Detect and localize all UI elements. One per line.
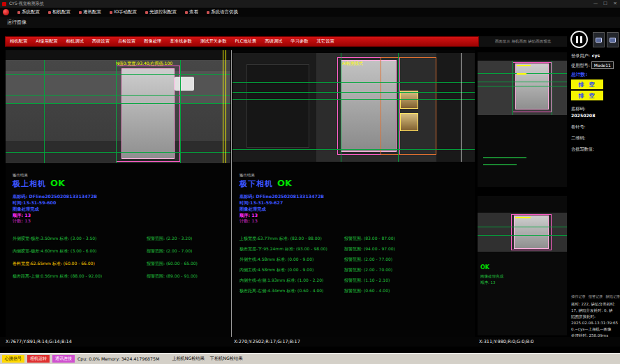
mini-status-line: 图像处理完成 [480,274,503,279]
log-tab-defects[interactable]: 缺陷记录 [606,294,620,299]
mini-ok-badge: OK [480,264,489,271]
menu-item-label: 系统配置 [22,9,40,15]
measurement-row: 卷料宽度:62.65mm 标准: (60.00 - 66.00) 报警范围: (… [6,261,230,273]
menu-bar: 系统配置 相机配置 通讯配置 IO手动配置 光源控制配置 查看 系统语言切换 [0,8,620,17]
model-row: 使用型号:Mode11 [571,61,614,69]
measurement-name: 内侧胶宽-极差:4.60mm 标准: (3.00 - 6.00) [13,248,96,255]
title-bar: CYS-视觉检测系统 — ☐ ✕ [0,0,620,8]
guide-line [116,60,117,163]
window-controls: — ☐ ✕ [591,0,620,8]
right-camera-view[interactable]: AI检测模式 输出结果 极下相机 OK 底标码: DFline202502081… [232,50,475,337]
toolbar-learning-params[interactable]: 学习参数 [286,38,312,45]
toolbar-camera-config[interactable]: 相机配置 [6,38,31,45]
barcode-label: 底标码: [571,106,586,111]
menu-item-label: 光源控制配置 [149,9,177,15]
edge-line [461,53,462,162]
pause-button[interactable] [570,31,588,48]
coordinate-bar: X:7677;Y:891;R:14;G:14;B:14 X:270;Y:2502… [0,337,620,347]
maximize-button[interactable]: ☐ [600,0,610,8]
model-select[interactable]: Mode11 [591,61,614,69]
log-tab-alarms[interactable]: 报警记录 [589,294,603,299]
guide-line [232,82,475,83]
defect-thumbnail [400,113,418,131]
measurement-name: 外侧主线:4.58mm 标准: (0.00 - 9.00) [239,257,313,263]
menu-item-system-config[interactable]: 系统配置 [13,9,44,15]
left-cam-coord: X:7677;Y:891;R:14;G:14;B:14 [6,339,72,344]
cpu-memory-text: Cpu: 0.0% Memory: 3424.41796875M [78,356,159,361]
status-alert-2: 排 空 [571,91,603,100]
app-logo-icon [3,9,9,15]
preview-view-top[interactable] [478,52,567,187]
batch-label: 合批写数值: [571,146,594,153]
guide-line [6,152,230,153]
minimize-button[interactable]: — [591,0,600,8]
menu-item-view[interactable]: 查看 [181,9,202,15]
menu-item-language[interactable]: 系统语言切换 [202,9,242,15]
right-camera-image: AI检测模式 [232,50,475,163]
time-line: 时间:13-31-59-627 [239,200,283,206]
login-label: 登录用户: [571,53,590,58]
record-button[interactable] [607,32,619,47]
alarm-range: 报警范围: (2.00 - 77.00) [344,257,392,263]
lower-camera-result-label: 下相机NG检结果 [210,356,243,362]
toolbar-spot-check[interactable]: 点检设置 [114,38,140,45]
image-region [436,53,475,162]
measurement-name: 上极宽度:63.77mm 标准: (82.00 - 88.00) [239,236,322,242]
guide-line [44,60,45,163]
menu-item-light-control[interactable]: 光源控制配置 [141,9,181,15]
workpiece-block [515,63,549,109]
toolbar-image-process[interactable]: 图像处理 [140,38,165,45]
close-button[interactable]: ✕ [610,0,620,8]
measure-overlay-label: N值0:宽度:93.40;右间值:100 [116,61,172,67]
menu-item-comm-config[interactable]: 通讯配置 [75,9,105,15]
measurement-name: 极差宽度-下:95.24mm 标准: (93.00 - 98.00) [239,246,327,252]
overlay-mark [517,73,526,75]
log-tab-operations[interactable]: 操作记录 [571,294,586,299]
alarm-range: 报警范围: (2.20 - 3.20) [147,236,192,242]
tab-run-image[interactable]: 运行图像 [0,19,34,26]
menu-item-icon [185,11,188,14]
result-title-row: 极下相机 OK [239,178,292,189]
preview-panel-header: 画面显示 相机画面 缺陷画面预览 [479,36,567,47]
guide-line [478,235,567,236]
snapshot-button[interactable] [593,32,605,47]
guide-line [6,103,230,104]
right-measurements: 上极宽度:63.77mm 标准: (82.00 - 88.00) 报警范围: (… [232,236,475,298]
preview-view-bottom[interactable]: OK 图像处理完成 顺序: 13 [478,196,567,335]
guide-line [341,53,341,162]
barcode-value-row: 20250208 [571,113,595,118]
toolbar-advanced-debug[interactable]: 高级调试 [260,38,286,45]
image-region [6,50,230,60]
toolbar-test-switch-params[interactable]: 测试开关参数 [196,38,231,45]
menu-item-camera-config[interactable]: 相机配置 [44,9,75,15]
measurement-name: 内侧主线:4.58mm 标准: (0.00 - 9.00) [239,267,313,273]
left-camera-view[interactable]: N值0:宽度:93.40;右间值:100 输出结果 极上相机 OK 底标码: D… [6,50,230,337]
toolbar-advanced-settings[interactable]: 高级设置 [88,38,114,45]
guide-line [512,61,513,115]
main-area: N值0:宽度:93.40;右间值:100 输出结果 极上相机 OK 底标码: D… [0,50,620,337]
measurement-row: 极差距离-右侧:4.34mm 标准: (0.60 - 4.00) 报警范围: (… [232,288,475,298]
log-line: 2025.02.08-13:31:39:65 [571,321,618,325]
toolbar-ai-config[interactable]: AI使用配置 [31,38,61,45]
pause-icon [580,36,582,43]
measurement-name: 极差距离-上侧:0.56mm 标准: (88.00 - 92.00) [13,273,102,280]
status-line: 图像处理完成 [239,206,266,213]
overlay-mark [515,217,531,218]
result-sub-label: 输出结果 [13,173,28,178]
menu-item-icon [207,11,209,14]
menu-item-io-manual[interactable]: IO手动配置 [105,9,141,15]
result-sub-label: 输出结果 [239,173,255,178]
menu-item-label: 相机配置 [52,9,71,15]
alarm-range: 报警范围: (89.00 - 91.00) [147,273,198,280]
log-line: 陷图拼接耗时: [571,314,596,319]
toolbar-baseline-params[interactable]: 基准线参数 [165,38,195,45]
log-line: 耗时: 222, 缺陷分类耗时: [571,302,615,307]
guide-line [552,61,552,115]
mini-seq-line: 顺序: 13 [480,280,496,285]
log-line: 17, 缺陷分发耗时: 0, 缺 [571,308,613,313]
toolbar-other-settings[interactable]: 其它设置 [313,38,339,45]
app-icon [2,2,6,6]
toolbar-camera-debug[interactable]: 相机调试 [62,38,88,45]
toolbar-plc-address[interactable]: PLC地址表 [231,38,261,45]
menu-item-icon [79,11,82,14]
